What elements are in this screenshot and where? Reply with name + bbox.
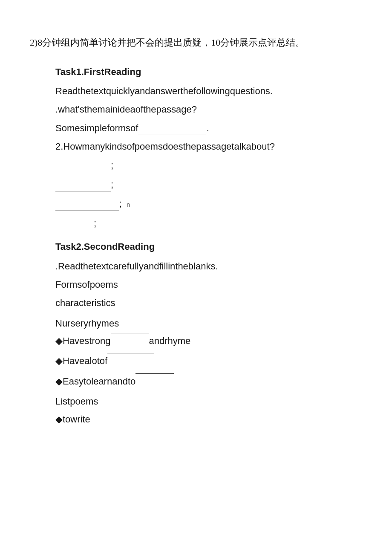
nursery-item-1-suffix: andrhyme bbox=[149, 333, 191, 349]
nursery-blank-1 bbox=[111, 333, 149, 333]
nursery-item-1: ◆Havestrong andrhyme bbox=[55, 333, 362, 349]
nursery-blank-3 bbox=[135, 373, 174, 374]
characteristics-label: characteristics bbox=[55, 295, 362, 311]
list-item-1-text: ◆towrite bbox=[55, 411, 90, 427]
nursery-item-2: ◆Havealotof bbox=[55, 353, 362, 369]
list-item-1: ◆towrite bbox=[55, 411, 362, 427]
list-poems-label: Listpoems bbox=[55, 393, 362, 409]
task1-answer1: Somesimpleformsof . bbox=[55, 120, 362, 136]
blank-line-1: ; bbox=[55, 157, 362, 173]
nursery-item-3: ◆Easytolearnandto bbox=[55, 373, 362, 389]
answer1-blank bbox=[138, 135, 206, 135]
task2-section: Task2.SecondReading .Readthetextcarefull… bbox=[55, 239, 362, 427]
task1-instruction: Readthetextquicklyandanswerthefollowingq… bbox=[55, 83, 362, 99]
intro-text: 2)8分钟组内简单讨论并把不会的提出质疑，10分钟展示点评总结。 bbox=[30, 34, 362, 51]
nursery-rhymes-label: Nurseryrhymes bbox=[55, 315, 362, 331]
task1-question1: .what'sthemainideaofthepassage? bbox=[55, 101, 362, 117]
blank-line-2: ; bbox=[55, 176, 362, 192]
task1-section: Task1.FirstReading Readthetextquicklyand… bbox=[55, 64, 362, 231]
footnote-marker: n bbox=[127, 201, 130, 208]
blank4b bbox=[97, 230, 157, 230]
main-content: Task1.FirstReading Readthetextquicklyand… bbox=[55, 64, 362, 427]
forms-of-poems-label: Formsofpoems bbox=[55, 277, 362, 292]
blank2 bbox=[55, 191, 111, 191]
blank-line-4: ; bbox=[55, 215, 362, 231]
nursery-blank-2 bbox=[107, 353, 154, 353]
blank3 bbox=[55, 211, 119, 211]
task1-question2: 2.Howmanykindsofpoemsdoesthepassagetalka… bbox=[55, 139, 362, 154]
nursery-item-1-prefix: ◆Havestrong bbox=[55, 333, 111, 349]
intro-paragraph: 2)8分钟组内简单讨论并把不会的提出质疑，10分钟展示点评总结。 bbox=[30, 34, 362, 51]
blank1 bbox=[55, 172, 111, 172]
blank-line-3: ; n bbox=[55, 196, 362, 211]
task1-heading: Task1.FirstReading bbox=[55, 64, 362, 80]
nursery-item-2-prefix: ◆Havealotof bbox=[55, 353, 107, 369]
task2-heading: Task2.SecondReading bbox=[55, 239, 362, 254]
answer1-prefix: Somesimpleformsof bbox=[55, 123, 138, 133]
blank4a bbox=[55, 230, 94, 230]
task2-instruction: .Readthetextcarefullyandfillintheblanks. bbox=[55, 258, 362, 274]
nursery-item-3-prefix: ◆Easytolearnandto bbox=[55, 373, 135, 389]
